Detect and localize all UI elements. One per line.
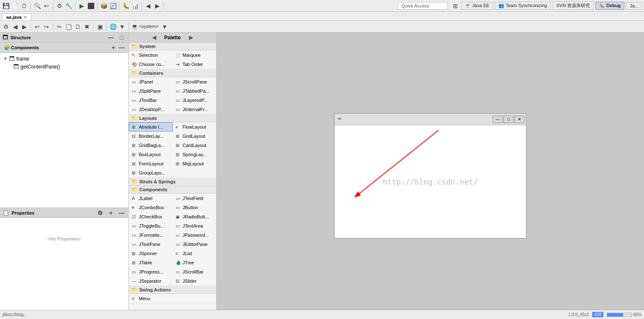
palette-section-system[interactable]: 📁 System (129, 43, 216, 51)
palette-jprogressbar[interactable]: ▭JProgress... (129, 267, 173, 276)
refresh-icon[interactable]: ↩ (42, 2, 51, 10)
perspective-list-icon[interactable]: ⊞ (451, 2, 460, 10)
frame-restore-btn[interactable]: □ (503, 116, 514, 123)
team-sync-perspective[interactable]: 👥 Team Synchronizing (495, 2, 551, 10)
palette-section-layouts[interactable]: 📁 Layouts (129, 114, 216, 122)
palette-jtree[interactable]: 🌲JTree (173, 258, 217, 267)
structure-minimize-icon[interactable]: — (107, 33, 115, 42)
palette-jpasswordfield[interactable]: ▭JPassword... (173, 230, 217, 240)
palette-jscrollpane[interactable]: ▭JScrollPane (173, 77, 217, 86)
props-settings-icon[interactable]: ⚙ (96, 209, 104, 217)
palette-jcheckbox[interactable]: ☑JCheckBox (129, 212, 173, 221)
palette-jradiobutton[interactable]: ◉JRadioButt... (173, 212, 217, 221)
palette-cardlayout[interactable]: ⊞CardLayout (173, 141, 217, 150)
palette-jtogglebutton[interactable]: ▭JToggleBu... (129, 221, 173, 230)
palette-jformattedtextfield[interactable]: ▭JFormatte... (129, 230, 173, 240)
package-icon[interactable]: 📦 (100, 2, 108, 10)
palette-section-components[interactable]: 📁 Components (129, 186, 216, 194)
palette-grouplayout[interactable]: ⊞GroupLayo... (129, 168, 173, 177)
palette-boxlayout[interactable]: ⊞BoxLayout (129, 150, 173, 159)
palette-tab-order[interactable]: ⇥ Tab Order (173, 60, 217, 69)
cut-icon[interactable]: ✂ (55, 23, 64, 31)
palette-jbutton[interactable]: ▭JButton (173, 203, 217, 212)
palette-jlayeredpane[interactable]: ▭JLayeredP... (173, 96, 217, 105)
palette-jtextarea[interactable]: ▭JTextArea (173, 221, 217, 230)
palette-marquee[interactable]: ⬚ Marquee (173, 51, 217, 60)
frame-minimize-btn[interactable]: — (493, 116, 503, 123)
palette-borderlayout[interactable]: ⊟BorderLay... (129, 132, 173, 141)
palette-prev-icon[interactable]: ◀ (152, 35, 156, 41)
palette-miglayout[interactable]: ⊞MigLayout (173, 159, 217, 168)
system-dropdown-icon[interactable]: ▼ (161, 23, 169, 31)
palette-jslider[interactable]: ⊟JSlider (173, 276, 217, 286)
palette-jscrollbar[interactable]: ▭JScrollBar (173, 267, 217, 276)
copy-icon[interactable]: 📋 (64, 23, 73, 31)
tab-aajava[interactable]: aa.java ✕ (2, 13, 31, 20)
props-collapse-icon[interactable]: — (118, 209, 126, 217)
ja-perspective[interactable]: Ja... (626, 2, 642, 10)
palette-jseparator[interactable]: —JSeparator (129, 276, 173, 286)
palette-jdesktoppane[interactable]: ▭JDesktopP... (129, 105, 173, 114)
save-icon[interactable]: 💾 (2, 2, 10, 10)
palette-jeditorpane[interactable]: ▭JEditorPane (173, 240, 217, 249)
new-icon-2[interactable]: 🗋 (20, 2, 28, 10)
delete-icon[interactable]: ✖ (83, 23, 91, 31)
palette-jcombobox[interactable]: ▾JComboBox (129, 203, 173, 212)
props-add-icon[interactable]: + (107, 209, 115, 217)
debug-icon[interactable]: 🐛 (122, 2, 130, 10)
run-icon[interactable]: ▶ (77, 2, 86, 10)
structure-restore-icon[interactable]: □ (118, 33, 126, 42)
palette-gridlayout[interactable]: ⊞GridLayout (173, 132, 217, 141)
palette-section-swing-actions[interactable]: 📁 Swing Actions (129, 286, 216, 294)
tab-close-icon[interactable]: ✕ (23, 15, 27, 20)
settings-icon[interactable]: ⚙ (55, 2, 64, 10)
tree-item-frame[interactable]: ▼ 🗖 frame (2, 55, 127, 63)
palette-jtable[interactable]: ⊞JTable (129, 258, 173, 267)
stop-icon[interactable]: ⬛ (87, 2, 95, 10)
comp-add-icon[interactable]: + (109, 43, 118, 52)
new-file-icon[interactable]: 📄 (11, 2, 19, 10)
palette-next-icon[interactable]: ▶ (189, 35, 193, 41)
sync-icon[interactable]: 🔄 (109, 2, 117, 10)
palette-gridbaglayout[interactable]: ⊞GridBagLa... (129, 141, 173, 150)
palette-springlayout[interactable]: ⊞SpringLay... (173, 150, 217, 159)
tree-item-contentpane[interactable]: 🗖 getContentPane() (2, 63, 127, 71)
palette-choose-color[interactable]: 🎨 Choose co... (129, 60, 173, 69)
profile-icon[interactable]: 📊 (131, 2, 139, 10)
back-icon[interactable]: ◀ (11, 23, 19, 31)
expand-arrow[interactable]: ▼ (3, 56, 8, 61)
palette-jlabel[interactable]: AJLabel (129, 194, 173, 203)
dropdown-globe-icon[interactable]: ▼ (118, 23, 126, 31)
palette-jpanel[interactable]: ▭JPanel (129, 77, 173, 86)
nav-back-icon[interactable]: ◀ (144, 2, 152, 10)
palette-jtextpane[interactable]: ▭JTextPane (129, 240, 173, 249)
search-icon[interactable]: 🔍 (33, 2, 41, 10)
svn-perspective[interactable]: SVN 资源库研究 (552, 1, 594, 10)
palette-jinternalframe[interactable]: ▭JInternalFr... (173, 105, 217, 114)
paste-icon[interactable]: 🗋 (74, 23, 82, 31)
globe-icon[interactable]: 🌐 (109, 23, 117, 31)
frame-close-btn[interactable]: ✕ (514, 116, 524, 123)
palette-formlayout[interactable]: ⊞FormLayout (129, 159, 173, 168)
settings2-icon[interactable]: ⚙ (2, 23, 10, 31)
debug-perspective[interactable]: 🐛 Debug (595, 2, 624, 10)
align-icon[interactable]: ▣ (96, 23, 104, 31)
palette-jtextfield[interactable]: ▭JTextField (173, 194, 217, 203)
palette-jspinner[interactable]: ⊞JSpinner (129, 249, 173, 258)
comp-collapse-icon[interactable]: — (118, 43, 126, 52)
build-icon[interactable]: 🔧 (64, 2, 73, 10)
quick-access-input[interactable]: Quick Access (398, 2, 448, 10)
java-ee-perspective[interactable]: ☕ Java EE (461, 2, 493, 10)
palette-flowlayout[interactable]: ≡FlowLayout (173, 122, 217, 132)
palette-section-containers[interactable]: 📁 Containers (129, 69, 216, 77)
palette-jtoolbar[interactable]: ▭JToolBar (129, 96, 173, 105)
fwd-icon[interactable]: ▶ (20, 23, 28, 31)
palette-menu[interactable]: ≡Menu (129, 294, 173, 303)
nav-fwd-icon[interactable]: ▶ (153, 2, 161, 10)
palette-jsplitpane[interactable]: ▭JSplitPane (129, 86, 173, 96)
palette-absolute-layout[interactable]: ⊞Absolute l... (129, 122, 173, 132)
palette-section-struts[interactable]: 📁 Struts & Springs (129, 178, 216, 186)
undo-icon[interactable]: ↩ (33, 23, 41, 31)
palette-selection[interactable]: ↖ Selection (129, 51, 173, 60)
palette-jlist[interactable]: ≡JList (173, 249, 217, 258)
